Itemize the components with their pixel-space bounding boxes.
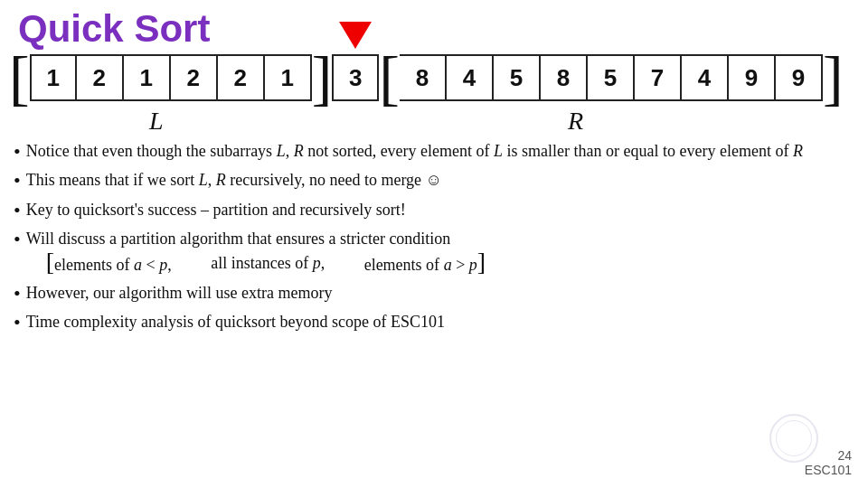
bullet-4-text: Will discuss a partition algorithm that … xyxy=(26,228,859,277)
bullet-3-text: Key to quicksort's success – partition a… xyxy=(26,199,859,221)
right-cell-1: 4 xyxy=(447,54,494,101)
pivot-cell: 3 xyxy=(332,54,379,101)
bullet-5: • However, our algorithm will use extra … xyxy=(14,282,859,305)
right-cell-2: 5 xyxy=(494,54,541,101)
right-cell-4: 5 xyxy=(588,54,635,101)
left-cell-3: 2 xyxy=(171,54,218,101)
bullet-5-text: However, our algorithm will use extra me… xyxy=(26,282,859,304)
left-group: 121221 xyxy=(30,54,312,101)
right-group: 845857499 xyxy=(400,54,823,101)
bullet-6: • Time complexity analysis of quicksort … xyxy=(14,311,859,334)
bullet-2-text: This means that if we sort L, R recursiv… xyxy=(26,169,859,191)
right-cell-3: 8 xyxy=(541,54,588,101)
left-outer-bracket: [ xyxy=(9,54,30,101)
left-cell-2: 1 xyxy=(124,54,171,101)
bullet-1-text: Notice that even though the subarrays L,… xyxy=(26,140,859,162)
right-group-open-bracket: [ xyxy=(379,54,400,101)
left-cell-5: 1 xyxy=(265,54,312,101)
right-cell-0: 8 xyxy=(400,54,447,101)
bullet-1: • Notice that even though the subarrays … xyxy=(14,140,859,164)
left-cell-4: 2 xyxy=(218,54,265,101)
left-group-close-bracket: ] xyxy=(312,54,333,101)
pivot-arrow xyxy=(339,22,372,49)
left-cell-0: 1 xyxy=(30,54,77,101)
page-number: 24 ESC101 xyxy=(805,448,852,477)
bullet-list: • Notice that even though the subarrays … xyxy=(14,140,859,341)
bullet-3: • Key to quicksort's success – partition… xyxy=(14,199,859,222)
label-L: L xyxy=(149,107,164,136)
left-cell-1: 2 xyxy=(77,54,124,101)
label-R: R xyxy=(568,107,583,136)
right-cell-5: 7 xyxy=(635,54,682,101)
right-cell-6: 4 xyxy=(682,54,729,101)
bullet-4: • Will discuss a partition algorithm tha… xyxy=(14,228,859,277)
right-outer-bracket: ] xyxy=(823,54,844,101)
page-title: Quick Sort xyxy=(18,7,210,51)
bullet-6-text: Time complexity analysis of quicksort be… xyxy=(26,311,859,333)
right-cell-8: 9 xyxy=(776,54,823,101)
right-cell-7: 9 xyxy=(729,54,776,101)
array-visualization: [ 121221 ] 3 [ 845857499 ] xyxy=(9,54,844,101)
condition-line: [elements of a < p, all instances of p, … xyxy=(46,249,859,276)
bullet-2: • This means that if we sort L, R recurs… xyxy=(14,169,859,192)
